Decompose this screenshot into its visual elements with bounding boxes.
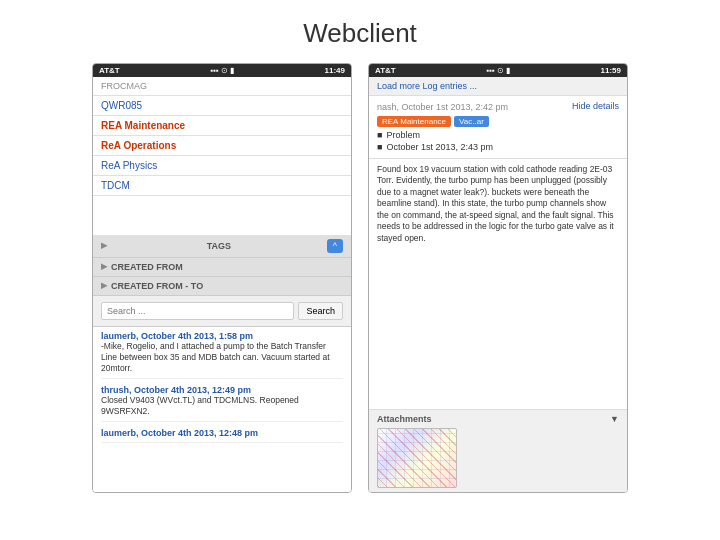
logbook-item-qwr085[interactable]: QWR085 bbox=[93, 96, 351, 116]
right-carrier: AT&T bbox=[375, 66, 396, 75]
detail-date-row: ■ October 1st 2013, 2:43 pm bbox=[377, 141, 619, 153]
tags-section-header[interactable]: ▶ TAGS ^ bbox=[93, 235, 351, 258]
right-wifi-icon: ⊙ bbox=[497, 66, 504, 75]
thumb-lines bbox=[378, 429, 456, 487]
right-phone-body: Load more Log entries ... nash, October … bbox=[369, 77, 627, 492]
detail-date: October 1st 2013, 2:43 pm bbox=[386, 142, 493, 152]
left-phone-body: FROCMAG QWR085 REA Maintenance ReA Opera… bbox=[93, 77, 351, 492]
right-time: 11:59 bbox=[601, 66, 621, 75]
search-button[interactable]: Search bbox=[298, 302, 343, 320]
attachments-icon: ▼ bbox=[610, 414, 619, 424]
created-from-to-section-header[interactable]: ▶ CREATED FROM - TO bbox=[93, 277, 351, 296]
created-from-to-arrow-icon: ▶ bbox=[101, 281, 107, 290]
calendar-icon: ■ bbox=[377, 142, 382, 152]
log-detail-author-row: nash, October 1st 2013, 2:42 pm Hide det… bbox=[377, 101, 619, 112]
page-title: Webclient bbox=[0, 0, 720, 63]
attachments-section: Attachments ▼ bbox=[369, 409, 627, 492]
document-icon: ■ bbox=[377, 130, 382, 140]
log-detail-author: nash, October 1st 2013, 2:42 pm bbox=[377, 102, 508, 112]
logbook-item-rea-physics[interactable]: ReA Physics bbox=[93, 156, 351, 176]
detail-type-row: ■ Problem bbox=[377, 129, 619, 141]
attachments-header: Attachments ▼ bbox=[377, 414, 619, 424]
search-input[interactable] bbox=[101, 302, 294, 320]
search-area: Search bbox=[93, 296, 351, 327]
created-from-arrow-icon: ▶ bbox=[101, 262, 107, 271]
tag-badges: REA Maintenance Vac..ar bbox=[377, 116, 619, 127]
right-signal-icon: ▪▪▪ bbox=[486, 66, 495, 75]
log-body-text: Found box 19 vacuum station with cold ca… bbox=[369, 159, 627, 409]
left-status-bar: AT&T ▪▪▪ ⊙ ▮ 11:49 bbox=[93, 64, 351, 77]
author-text: nash, October 1st 2013, 2:42 pm bbox=[377, 102, 508, 112]
log-entry-2: thrush, October 4th 2013, 12:49 pm Close… bbox=[101, 385, 343, 422]
created-from-to-label: CREATED FROM - TO bbox=[111, 281, 203, 291]
battery-icon: ▮ bbox=[230, 66, 234, 75]
log-entry-2-text: Closed V9403 (WVct.TL) and TDCMLNS. Reop… bbox=[101, 395, 343, 417]
logbook-list: FROCMAG QWR085 REA Maintenance ReA Opera… bbox=[93, 77, 351, 235]
log-entries-left: laumerb, October 4th 2013, 1:58 pm -Mike… bbox=[93, 327, 351, 493]
log-entry-1-text: -Mike, Rogelio, and I attached a pump to… bbox=[101, 341, 343, 374]
created-from-label: CREATED FROM bbox=[111, 262, 183, 272]
log-entry-3-author: laumerb, October 4th 2013, 12:48 pm bbox=[101, 428, 343, 438]
log-entry-2-author: thrush, October 4th 2013, 12:49 pm bbox=[101, 385, 343, 395]
right-battery-icon: ▮ bbox=[506, 66, 510, 75]
created-from-section-header[interactable]: ▶ CREATED FROM bbox=[93, 258, 351, 277]
wifi-icon: ⊙ bbox=[221, 66, 228, 75]
tags-arrow-icon: ▶ bbox=[101, 241, 107, 250]
screens-container: AT&T ▪▪▪ ⊙ ▮ 11:49 FROCMAG QWR085 REA Ma… bbox=[0, 63, 720, 493]
right-status-icons: ▪▪▪ ⊙ ▮ bbox=[486, 66, 510, 75]
right-phone-screen: AT&T ▪▪▪ ⊙ ▮ 11:59 Load more Log entries… bbox=[368, 63, 628, 493]
left-phone-screen: AT&T ▪▪▪ ⊙ ▮ 11:49 FROCMAG QWR085 REA Ma… bbox=[92, 63, 352, 493]
tags-label: TAGS bbox=[207, 241, 231, 251]
hide-details-link[interactable]: Hide details bbox=[572, 101, 619, 111]
attachment-thumbnail[interactable] bbox=[377, 428, 457, 488]
log-entry-1: laumerb, October 4th 2013, 1:58 pm -Mike… bbox=[101, 331, 343, 379]
tag-rea-maintenance[interactable]: REA Maintenance bbox=[377, 116, 451, 127]
left-status-icons: ▪▪▪ ⊙ ▮ bbox=[210, 66, 234, 75]
log-entry-1-author: laumerb, October 4th 2013, 1:58 pm bbox=[101, 331, 343, 341]
signal-icon: ▪▪▪ bbox=[210, 66, 219, 75]
expand-button[interactable]: ^ bbox=[327, 239, 343, 253]
attachments-label: Attachments bbox=[377, 414, 432, 424]
logbook-item-rea-operations[interactable]: ReA Operations bbox=[93, 136, 351, 156]
right-status-bar: AT&T ▪▪▪ ⊙ ▮ 11:59 bbox=[369, 64, 627, 77]
load-more-link[interactable]: Load more Log entries ... bbox=[369, 77, 627, 96]
left-time: 11:49 bbox=[325, 66, 345, 75]
log-entry-3: laumerb, October 4th 2013, 12:48 pm bbox=[101, 428, 343, 443]
tag-vacar[interactable]: Vac..ar bbox=[454, 116, 489, 127]
logbook-item-tdcm[interactable]: TDCM bbox=[93, 176, 351, 196]
left-carrier: AT&T bbox=[99, 66, 120, 75]
log-detail-header: nash, October 1st 2013, 2:42 pm Hide det… bbox=[369, 96, 627, 159]
logbook-item-frocmag[interactable]: FROCMAG bbox=[93, 77, 351, 96]
logbook-item-rea-maintenance[interactable]: REA Maintenance bbox=[93, 116, 351, 136]
detail-type: Problem bbox=[386, 130, 420, 140]
